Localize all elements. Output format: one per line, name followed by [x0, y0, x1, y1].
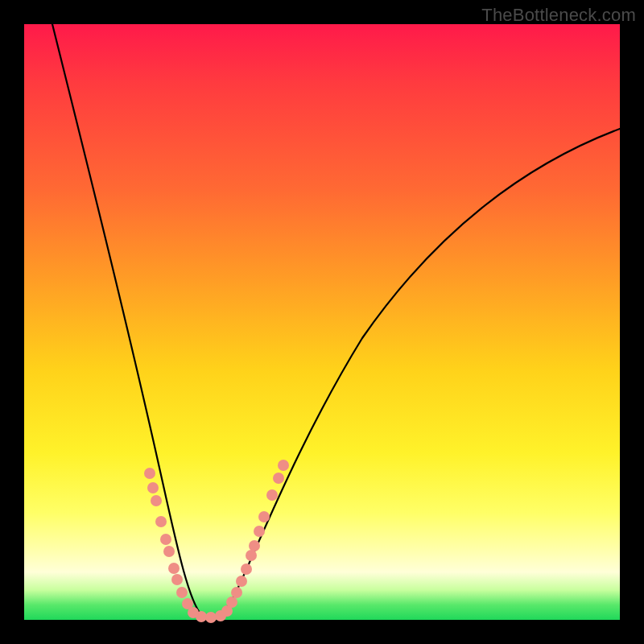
svg-point-20 — [249, 540, 260, 551]
svg-point-21 — [254, 526, 265, 537]
svg-point-11 — [196, 611, 207, 622]
gradient-plot-area — [24, 24, 620, 620]
svg-point-6 — [168, 563, 180, 574]
bottleneck-curve — [24, 24, 620, 620]
svg-point-22 — [258, 511, 270, 522]
curve-path — [52, 24, 620, 618]
right-dot-cluster — [215, 460, 289, 621]
svg-point-18 — [241, 564, 252, 575]
svg-point-0 — [144, 468, 155, 479]
watermark-text: TheBottleneck.com — [481, 5, 636, 26]
svg-point-23 — [266, 489, 278, 501]
outer-frame: TheBottleneck.com — [0, 0, 644, 644]
svg-point-2 — [151, 495, 162, 506]
svg-point-5 — [163, 546, 175, 557]
svg-point-8 — [176, 587, 188, 598]
svg-point-17 — [236, 576, 247, 587]
svg-point-25 — [278, 460, 289, 471]
svg-point-7 — [171, 574, 183, 585]
svg-point-3 — [155, 516, 167, 527]
svg-point-19 — [246, 550, 257, 561]
left-dot-cluster — [144, 468, 217, 623]
svg-point-12 — [205, 612, 217, 623]
svg-point-24 — [273, 473, 284, 484]
svg-point-16 — [231, 587, 242, 598]
svg-point-4 — [160, 534, 171, 545]
svg-point-1 — [147, 482, 159, 493]
svg-point-15 — [226, 597, 237, 608]
